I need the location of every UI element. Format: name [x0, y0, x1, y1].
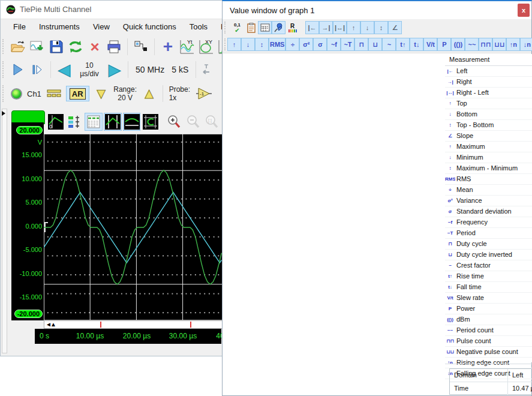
reference-button[interactable]: R [285, 21, 299, 34]
row-power[interactable]: PPower74.786 mW31.032 mW [445, 304, 532, 314]
row-fall-time[interactable]: t↓Fall time- s- s [445, 282, 532, 293]
row-period[interactable]: ~TPeriod- s- s [445, 228, 532, 239]
row-bottom[interactable]: ↓Bottom-12.00 V-12.00 V [445, 109, 532, 120]
measure-button[interactable]: ↑n [506, 38, 520, 51]
marker-button[interactable]: ↑ [347, 21, 360, 34]
measure-button[interactable]: ⊔⊔ [492, 38, 506, 51]
row-dbm[interactable]: (())dBm18.738 dBm14.918 dBm [445, 314, 532, 325]
left-marker-tick[interactable] [100, 322, 101, 328]
row-duty-cycle-inverted[interactable]: ⊔Duty cycle inverted- %- % [445, 250, 532, 260]
autodisk-button[interactable] [142, 113, 160, 131]
coupling-button[interactable] [44, 84, 64, 103]
yt-graph-button[interactable]: Yt [178, 37, 197, 56]
row-rising-edge-count[interactable]: ↑nRising edge count11 [445, 358, 532, 368]
toolbar-grip[interactable] [224, 38, 226, 50]
channel-label[interactable]: Ch1 [27, 89, 41, 98]
show-columns-button[interactable] [258, 21, 272, 34]
autorange-button[interactable]: AR [66, 86, 89, 101]
probe-button[interactable]: -1 [194, 84, 214, 103]
graph-scrollbar[interactable]: ◄▲ [44, 320, 223, 329]
row-slew-rate[interactable]: V/tSlew rate2.526 V/µs1.473 V/µs [445, 293, 532, 304]
measure-button[interactable]: ~ [382, 38, 396, 51]
y-axis[interactable]: 20.000 V -20.000 15.00010.0005.0000.000-… [11, 122, 44, 320]
row-left[interactable]: |←Left0.10 V2.89 V [445, 66, 532, 77]
row-right-left[interactable]: |↔|Right - Left-0.04 V0.93 V [445, 88, 532, 98]
row-period-count[interactable]: ~~Period count00 [445, 325, 532, 336]
menu-file[interactable]: File [7, 19, 32, 35]
row-rise-time[interactable]: t↑Rise time7.600 µs8.080 µs [445, 271, 532, 282]
measure-button[interactable]: ÷ [285, 38, 299, 51]
object-tree-button[interactable] [131, 37, 151, 56]
row-right[interactable]: →|Right0.06 V3.82 V [445, 77, 532, 88]
axis-zero-button[interactable]: 0 [47, 113, 65, 131]
measure-button[interactable]: ⊓ [354, 38, 368, 51]
marker-button[interactable]: →| [319, 21, 333, 34]
expand-panel-icon[interactable] [2, 111, 5, 116]
refresh-button[interactable] [66, 37, 85, 56]
row-rms[interactable]: RMSRMS6.70 V4.32 V [445, 174, 532, 185]
x-axis[interactable]: 0 s10.00 µs20.00 µs30.00 µs40 [35, 329, 221, 344]
menu-quick-functions[interactable]: Quick functions [116, 19, 183, 35]
value-window-button[interactable] [85, 113, 103, 131]
row-slope[interactable]: ∠Slope-1.951 V/ms46.33 V/ms [445, 131, 532, 142]
record-length[interactable]: 5 kS [172, 65, 188, 74]
delete-button[interactable]: × [85, 37, 104, 56]
measure-button[interactable]: ↑ [227, 38, 241, 51]
zoom-out-button[interactable] [184, 113, 202, 131]
row-negative-pulse-count[interactable]: ⊔⊔Negative pulse count01 [445, 347, 532, 358]
row-frequency[interactable]: ~fFrequency- Hz- Hz [445, 217, 532, 228]
open-button[interactable] [8, 37, 28, 56]
timebase-slower-button[interactable]: ◀ [55, 60, 74, 79]
measure-button[interactable]: ↓ [241, 38, 255, 51]
copy-clipboard-button[interactable] [244, 21, 258, 34]
row-crest-factor[interactable]: ~Crest factor1.8001.731 [445, 260, 532, 271]
legend-button[interactable] [66, 113, 84, 131]
row-mean[interactable]: ÷Mean0.07 V-0.14 V [445, 185, 532, 196]
toolbar-grip[interactable] [2, 39, 7, 55]
sample-clock[interactable]: 50 MHz [136, 65, 164, 74]
row-standard-deviation[interactable]: σStandard deviation6.70 V4.32 V [445, 206, 532, 217]
measure-button[interactable]: P [437, 38, 451, 51]
measure-button[interactable]: ↓n [520, 38, 532, 51]
measure-button[interactable]: t↑ [396, 38, 410, 51]
markers-button[interactable] [104, 113, 122, 131]
measure-button[interactable]: σ [313, 38, 327, 51]
panel-splitter[interactable] [2, 109, 7, 353]
measure-button[interactable]: ⊓⊓ [479, 38, 492, 51]
row-minimum[interactable]: ↓Minimum-11.93 V-7.47 V [445, 152, 532, 163]
add-graph-button[interactable]: + [158, 37, 178, 56]
row-maximum[interactable]: ↑Maximum12.06 V7.40 V [445, 142, 532, 152]
marker-button[interactable]: |↔| [333, 21, 347, 34]
zoom-reset-button[interactable]: [:] [203, 113, 221, 131]
menu-tools[interactable]: Tools [183, 19, 214, 35]
measure-button[interactable]: ↕ [255, 38, 269, 51]
close-button[interactable]: x [518, 4, 530, 17]
oneshot-button[interactable] [28, 60, 47, 79]
zoom-in-button[interactable] [165, 113, 183, 131]
toolbar-grip[interactable] [2, 85, 7, 102]
row-duty-cycle[interactable]: ⊓Duty cycle- %- % [445, 239, 532, 250]
measure-button[interactable]: RMS [269, 38, 285, 51]
row-top-bottom[interactable]: ↕Top - Bottom24.13 V24.13 V [445, 120, 532, 131]
start-button[interactable] [8, 60, 28, 79]
timebase-faster-button[interactable]: ▶ [105, 60, 124, 79]
measure-button[interactable]: V/t [423, 38, 437, 51]
row-pulse-count[interactable]: ⊓⊓Pulse count10 [445, 336, 532, 347]
channel-enable-led[interactable] [8, 84, 24, 103]
row-variance[interactable]: σ²Variance44.91 V²18.62 V² [445, 196, 532, 206]
measure-button[interactable]: σ² [299, 38, 313, 51]
marker-button[interactable]: ↓ [360, 21, 374, 34]
measure-button[interactable]: ⊔ [368, 38, 382, 51]
right-marker-tick[interactable] [190, 322, 191, 328]
measure-button[interactable]: ~~ [465, 38, 479, 51]
measure-button[interactable]: ~f [327, 38, 341, 51]
y-axis-max[interactable]: 20.000 [16, 126, 43, 134]
marker-button[interactable]: ∠ [388, 21, 402, 34]
measure-button[interactable]: ~T [341, 38, 354, 51]
measure-button[interactable]: t↓ [410, 38, 423, 51]
header-measurement[interactable]: Measurement [445, 54, 532, 65]
row-top[interactable]: ↑Top12.13 V12.13 V [445, 98, 532, 109]
measure-button[interactable]: (()) [451, 38, 465, 51]
range-down-button[interactable]: ▼ [92, 84, 111, 103]
row-maximum-minimum[interactable]: ↕Maximum - Minimum23.99 V14.87 V [445, 163, 532, 174]
